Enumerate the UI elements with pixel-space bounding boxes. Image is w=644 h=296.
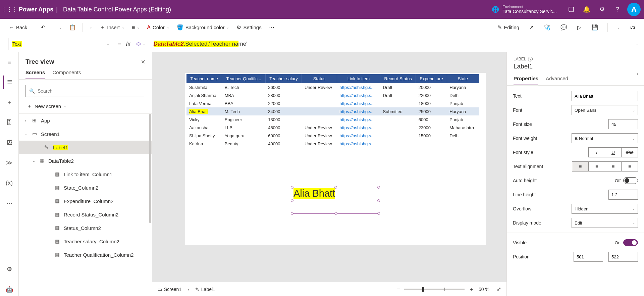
close-panel-icon[interactable]: ✕ xyxy=(141,59,145,65)
label-selection-box[interactable]: Alia Bhatt xyxy=(292,187,379,214)
tree-node-screen[interactable]: ⌄▭Screen1 xyxy=(19,127,152,141)
datatable-control[interactable]: Teacher nameTeacher Qualific...Teacher s… xyxy=(186,74,479,148)
breadcrumb-label1[interactable]: ✎Label1 xyxy=(195,287,215,292)
label-control[interactable]: Alia Bhatt xyxy=(293,188,335,199)
rail-flows-icon[interactable]: ≫ xyxy=(3,156,16,169)
table-row[interactable]: SushmitaB. Tech26000Under Reviewhttps://… xyxy=(186,83,479,91)
toggle-autoheight[interactable] xyxy=(623,177,638,184)
rail-ask-icon[interactable]: 🤖 xyxy=(3,283,16,296)
formula-input[interactable]: DataTable2.Selected.'Teacher name' xyxy=(149,38,631,50)
link-cell[interactable]: https://ashishg.s... xyxy=(339,133,375,138)
zoom-out-button[interactable]: − xyxy=(397,286,400,293)
rail-insert-icon[interactable]: ＋ xyxy=(3,96,16,109)
insert-button[interactable]: ＋Insert⌄ xyxy=(97,22,127,33)
link-cell[interactable]: https://ashishg.s... xyxy=(339,101,375,106)
prop-input-y[interactable] xyxy=(608,252,638,262)
table-header[interactable]: Teacher salary xyxy=(265,74,302,83)
tree-node-column[interactable]: ▦Expenditure_Column2 xyxy=(19,194,152,208)
prop-input-text[interactable] xyxy=(572,91,638,101)
editing-mode-button[interactable]: ✎Editing xyxy=(495,22,522,33)
bgcolor-button[interactable]: 🪣Background color⌄ xyxy=(174,22,232,33)
table-header[interactable]: Teacher Qualific... xyxy=(222,74,265,83)
table-row[interactable]: Lata VermaBBA22000https://ashishg.s...18… xyxy=(186,99,479,107)
tree-body[interactable]: ›⊞App ⌄▭Screen1 ✎Label1 ⌄▦DataTable2 ▦Li… xyxy=(19,113,152,296)
table-row[interactable]: Alia BhattM. Tech34000https://ashishg.s.… xyxy=(186,107,479,115)
formula-expand-button[interactable]: ⌄ xyxy=(631,42,644,46)
rail-data-icon[interactable]: 🗄 xyxy=(3,116,16,129)
new-screen-button[interactable]: ＋ New screen ⌄ xyxy=(19,100,152,113)
prop-input-lineheight[interactable] xyxy=(608,190,638,200)
overflow-button[interactable]: ⋯ xyxy=(266,22,277,33)
rail-settings-icon[interactable]: ⚙ xyxy=(3,262,16,276)
rail-treeview-icon[interactable]: ☰ xyxy=(3,76,16,89)
property-dropdown[interactable]: Text ⌄ xyxy=(8,38,113,50)
share-button[interactable]: ↗ xyxy=(527,22,536,33)
align-center-button[interactable]: ≡ xyxy=(588,161,605,171)
underline-button[interactable]: U xyxy=(605,147,622,157)
table-header[interactable]: Record Status xyxy=(380,74,416,83)
save-button[interactable]: 💾 xyxy=(589,22,601,33)
tree-node-column[interactable]: ▦Teacher Qualification_Column2 xyxy=(19,248,152,261)
environment-picker[interactable]: 🌐 Environment Tata Consultancy Servic... xyxy=(492,5,557,14)
prop-dropdown-font[interactable]: Open Sans⌄ xyxy=(572,105,638,115)
table-row[interactable]: Shilpa ShettyYoga guru60000Under Reviewh… xyxy=(186,132,479,140)
prop-dropdown-displaymode[interactable]: Edit⌄ xyxy=(572,218,638,228)
zoom-in-button[interactable]: ＋ xyxy=(469,285,475,293)
artboard-screen1[interactable]: Teacher nameTeacher Qualific...Teacher s… xyxy=(185,73,486,245)
table-row[interactable]: AakanshaLLB45000Under Reviewhttps://ashi… xyxy=(186,124,479,132)
table-row[interactable]: KatrinaBeauty40000Under Reviewhttps://as… xyxy=(186,140,479,148)
waffle-icon[interactable]: ⋮⋮⋮ xyxy=(3,3,15,15)
tree-node-app[interactable]: ›⊞App xyxy=(19,114,152,127)
align-justify-button[interactable]: ≡ xyxy=(621,161,638,171)
preview-button[interactable]: ▷ xyxy=(575,22,584,33)
tab-screens[interactable]: Screens xyxy=(25,69,45,79)
tree-node-column[interactable]: ▦State_Column2 xyxy=(19,181,152,194)
prop-dropdown-fontweight[interactable]: B Normal⌄ xyxy=(572,133,638,143)
settings-gear-icon[interactable]: ⚙ xyxy=(594,2,610,17)
copilot-formula-icon[interactable] xyxy=(134,40,143,48)
prop-dropdown-overflow[interactable]: Hidden⌄ xyxy=(572,204,638,214)
publish-button[interactable]: 🗂 xyxy=(627,22,638,33)
expand-panel-icon[interactable]: › xyxy=(637,70,639,77)
tree-search[interactable]: 🔍 xyxy=(25,85,145,97)
link-cell[interactable]: https://ashishg.s... xyxy=(339,117,375,122)
tab-components[interactable]: Components xyxy=(52,69,81,79)
help-icon[interactable]: ? xyxy=(610,2,625,17)
tree-node-column[interactable]: ▦Record Status_Column2 xyxy=(19,208,152,221)
save-menu[interactable]: ⌄ xyxy=(614,23,623,31)
tree-node-column[interactable]: ▦Link to item_Column1 xyxy=(19,167,152,181)
tree-node-datatable[interactable]: ⌄▦DataTable2 xyxy=(19,154,152,167)
rail-hamburger-icon[interactable]: ≡ xyxy=(3,55,16,69)
italic-button[interactable]: I xyxy=(588,147,605,157)
color-button[interactable]: AColor⌄ xyxy=(144,22,172,33)
strike-button[interactable]: abc xyxy=(621,147,638,157)
chevron-down-icon[interactable]: ⌄ xyxy=(143,42,146,46)
table-row[interactable]: Anjali SharmaMBA28000https://ashishg.s..… xyxy=(186,91,479,99)
list-button[interactable]: ≡⌄ xyxy=(129,22,142,33)
link-cell[interactable]: https://ashishg.s... xyxy=(339,85,375,90)
prop-input-fontsize[interactable] xyxy=(608,119,638,129)
tab-properties[interactable]: Properties xyxy=(514,76,538,85)
align-left-button[interactable]: ≡ xyxy=(572,161,589,171)
zoom-slider[interactable] xyxy=(404,289,465,290)
tab-advanced[interactable]: Advanced xyxy=(546,76,568,85)
settings-button[interactable]: ⚙Settings xyxy=(234,22,264,33)
rail-media-icon[interactable]: 🖼 xyxy=(3,136,16,149)
copilot-icon[interactable] xyxy=(564,2,579,17)
link-cell[interactable]: https://ashishg.s... xyxy=(339,125,375,130)
table-header[interactable]: Teacher name xyxy=(186,74,222,83)
tree-node-column[interactable]: ▦Teacher salary_Column2 xyxy=(19,235,152,248)
rail-more-icon[interactable]: ⋯ xyxy=(3,196,16,210)
table-header[interactable]: Link to item xyxy=(337,74,380,83)
breadcrumb-screen[interactable]: ▭Screen1 xyxy=(158,287,181,292)
table-header[interactable]: Status xyxy=(302,74,337,83)
comments-button[interactable]: 💬 xyxy=(558,22,570,33)
link-cell[interactable]: https://ashishg.s... xyxy=(339,93,375,98)
table-header[interactable]: Expenditure xyxy=(416,74,447,83)
undo-menu[interactable]: ⌄ xyxy=(56,23,64,31)
link-cell[interactable]: https://ashishg.s... xyxy=(339,141,375,146)
tree-node-label1[interactable]: ✎Label1 xyxy=(19,141,152,154)
checker-button[interactable]: 🩺 xyxy=(541,22,553,33)
avatar[interactable]: A xyxy=(627,3,641,16)
fit-screen-icon[interactable]: ⤢ xyxy=(497,286,501,292)
